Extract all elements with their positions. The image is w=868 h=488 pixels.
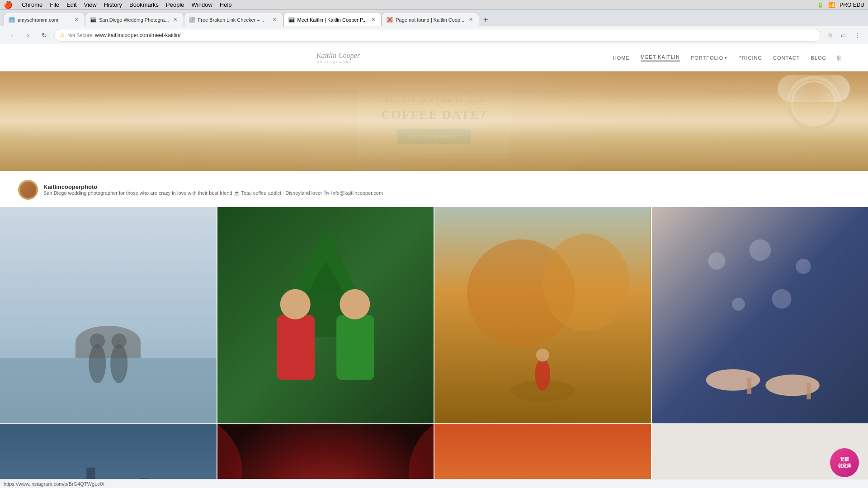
cast-icon[interactable]: ▭ [838,30,849,41]
tab-close-1[interactable]: ✕ [73,16,80,23]
menubar-bookmarks[interactable]: Bookmarks [129,1,159,8]
svg-rect-1 [0,358,217,423]
tab-favicon-4: 📷 [288,17,295,23]
chevron-down-icon: ▾ [725,56,727,60]
svg-point-4 [90,333,105,348]
status-bar: https://www.instagram.com/p/BrG4QTWgLe0/ [0,479,868,488]
bookmark-icon[interactable]: ☆ [825,30,835,41]
instagram-photo-5[interactable] [0,424,217,479]
nav-blog[interactable]: BLOG [811,55,826,61]
instagram-profile: Kaitlincooperphoto San Diego wedding pho… [0,180,868,200]
address-bar-right: ☆ ▭ ⋮ [825,30,863,41]
tab-close-3[interactable]: ✕ [271,16,278,23]
menubar-right: 🔋 📶 PRO EDU [817,2,864,8]
instagram-section: Kaitlincooperphoto San Diego wedding pho… [0,171,868,479]
address-bar: ‹ › ↻ ⚠ Not Secure www.kaitlincooper.com… [0,26,868,44]
tab-title-5: Page not found | Kaitlin Coop... [396,17,464,23]
nav-portfolio[interactable]: PORTFOLIO ▾ [691,55,727,61]
reload-button[interactable]: ↻ [38,29,51,42]
nav-contact[interactable]: CONTACT [773,55,800,61]
tab-title-1: amyschromm.com [18,17,70,23]
tab-favicon-3: 🔗 [189,17,195,23]
tab-title-2: San Diego Wedding Photogra... [99,17,169,23]
tab-close-4[interactable]: ✕ [369,16,377,23]
svg-rect-28 [807,383,811,399]
instagram-photo-2[interactable] [217,207,434,423]
svg-rect-27 [747,378,751,394]
nav-pricing[interactable]: PRICING [738,55,762,61]
tab-bar: 🌐 amyschromm.com ✕ 📷 San Diego Wedding P… [0,10,868,26]
svg-point-5 [111,333,126,348]
svg-rect-43 [434,424,651,479]
tab-favicon-2: 📷 [90,17,96,23]
menubar-view[interactable]: View [84,1,97,8]
menubar-pro-edu: PRO EDU [840,2,864,8]
back-button[interactable]: ‹ [5,29,18,42]
nav-meet-kaitlin[interactable]: MEET KAITLIN [641,54,680,61]
svg-point-11 [280,289,310,319]
apple-menu[interactable]: 🍎 [4,0,13,9]
instagram-photo-4[interactable] [652,207,868,423]
instagram-photo-3[interactable] [434,207,651,423]
menubar-edit[interactable]: Edit [66,1,76,8]
svg-rect-38 [217,424,434,479]
instagram-photo-7[interactable] [434,424,651,479]
tab-favicon-5: ❌ [387,17,393,23]
url-text: www.kaitlincooper.com/meet-kaitlin/ [95,32,180,38]
menubar-chrome[interactable]: Chrome [22,1,42,8]
svg-point-21 [749,239,771,261]
svg-point-15 [542,234,629,331]
status-url: https://www.instagram.com/p/BrG4QTWgLe0/ [4,481,104,487]
menubar: 🍎 Chrome File Edit View History Bookmark… [0,0,868,10]
instagram-photo-1[interactable] [0,207,217,423]
svg-rect-9 [277,315,315,380]
forward-button[interactable]: › [22,29,34,42]
watermark-badge: 梵摄创意库 [830,448,859,477]
chrome-window: 🌐 amyschromm.com ✕ 📷 San Diego Wedding P… [0,10,868,479]
svg-point-23 [732,298,745,311]
site-logo: Kaitlin Cooper photography... [316,52,360,64]
tab-amyschromm[interactable]: 🌐 amyschromm.com ✕ [4,13,85,26]
menubar-window[interactable]: Window [192,1,212,8]
not-secure-label: Not Secure [67,33,92,38]
svg-point-24 [772,289,791,309]
instagram-username[interactable]: Kaitlincooperphoto [43,183,383,190]
instagram-photo-6[interactable] [217,424,434,479]
tab-favicon-1: 🌐 [9,17,15,23]
security-icon: ⚠ [60,32,65,38]
svg-rect-10 [336,315,374,380]
menubar-help[interactable]: Help [220,1,232,8]
page-area: Kaitlin Cooper photography... HOME MEET … [0,44,868,479]
svg-rect-29 [0,424,217,479]
tab-title-4: Meet Kaitlin | Kaitlin Cooper P... [297,17,367,23]
svg-point-2 [89,344,106,383]
menubar-people[interactable]: People [166,1,184,8]
svg-point-12 [340,289,370,319]
instagram-photo-grid: TODAY IS MON DEC 10 [0,207,868,479]
url-bar[interactable]: ⚠ Not Secure www.kaitlincooper.com/meet-… [54,29,821,42]
share-icon[interactable]: ⎘ [837,54,841,61]
menubar-file[interactable]: File [50,1,59,8]
instagram-bio: San Diego wedding photographer for those… [43,190,383,196]
menubar-history[interactable]: History [104,1,122,8]
menubar-left: 🍎 Chrome File Edit View History Bookmark… [4,0,232,9]
nav-home[interactable]: HOME [613,55,630,61]
svg-point-18 [536,348,549,361]
tab-close-5[interactable]: ✕ [467,16,474,23]
tab-close-2[interactable]: ✕ [172,16,179,23]
menubar-wifi-icon: 📶 [828,2,835,8]
instagram-avatar [18,180,38,200]
tab-meet-kaitlin[interactable]: 📷 Meet Kaitlin | Kaitlin Cooper P... ✕ [283,13,382,26]
menubar-battery-icon: 🔋 [817,2,824,8]
svg-point-17 [535,358,550,391]
instagram-info: Kaitlincooperphoto San Diego wedding pho… [43,183,383,196]
tab-brokenlink[interactable]: 🔗 Free Broken Link Checker – ch... ✕ [184,13,283,26]
svg-point-25 [706,369,760,391]
tab-title-3: Free Broken Link Checker – ch... [198,17,269,23]
new-tab-button[interactable]: + [479,14,492,26]
tab-notfound[interactable]: ❌ Page not found | Kaitlin Coop... ✕ [382,13,479,26]
hero-banner: LET'S SET UP A TIME TO CHAT! COFFEE DATE… [0,71,868,171]
menu-icon[interactable]: ⋮ [852,30,863,41]
tab-sandiego[interactable]: 📷 San Diego Wedding Photogra... ✕ [85,13,184,26]
svg-point-20 [708,252,725,269]
